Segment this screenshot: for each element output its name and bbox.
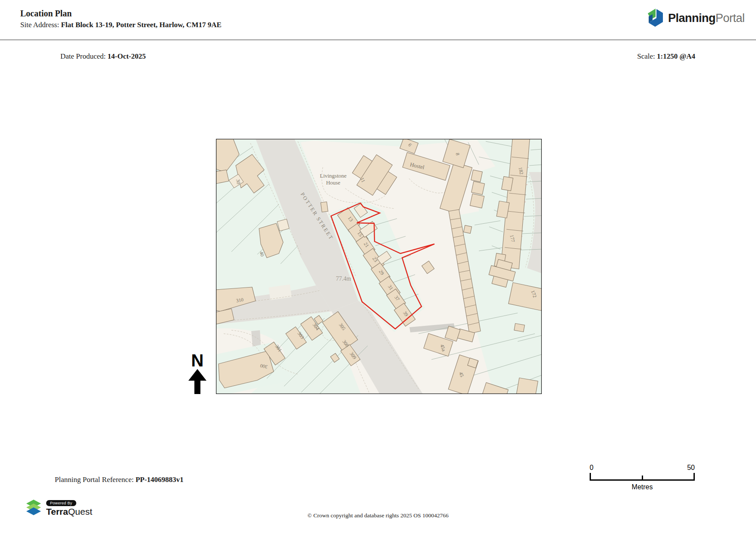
planning-reference: Planning Portal Reference: PP-14069883v1 — [55, 476, 184, 484]
scale-text: Scale: 1:1250 @A4 — [637, 52, 695, 61]
page-title: Location Plan — [20, 9, 72, 19]
scale-bar-tick-0 — [590, 473, 591, 479]
planning-reference-value: PP-14069883v1 — [135, 476, 183, 484]
scale-label: Scale: — [637, 52, 655, 60]
planning-reference-label: Planning Portal Reference: — [55, 476, 134, 484]
site-address-label: Site Address: — [20, 21, 59, 29]
scale-bar-end: 50 — [687, 464, 695, 472]
map-label-livingstone-2: House — [326, 179, 340, 186]
north-arrow-icon — [188, 369, 206, 394]
scale-bar-tick-end — [694, 473, 695, 479]
map-label-30: 30 — [235, 179, 241, 185]
planning-portal-logo: PlanningPortal — [647, 8, 745, 28]
copyright-notice: © Crown copyright and database rights 20… — [0, 512, 756, 519]
planning-portal-logo-icon — [647, 8, 664, 28]
header-divider — [0, 40, 756, 40]
scale-value: 1:1250 @A4 — [657, 52, 695, 60]
map: Livingstone House Hostel POTTER STREET 7… — [216, 139, 542, 394]
terraquest-powered-by: Powered By — [46, 500, 76, 506]
planning-portal-logo-text: PlanningPortal — [668, 12, 745, 25]
date-produced-label: Date Produced: — [60, 52, 106, 60]
map-svg: Livingstone House Hostel POTTER STREET 7… — [216, 139, 542, 394]
logo-part2: Portal — [715, 12, 745, 25]
north-label: N — [187, 352, 208, 369]
map-label-spot-height: 77.4m — [336, 275, 351, 282]
date-produced: Date Produced: 14-Oct-2025 — [60, 52, 146, 61]
scale-bar-start: 0 — [590, 464, 594, 472]
logo-part1: Planning — [668, 12, 715, 25]
scale-bar: 0 50 Metres — [590, 464, 695, 491]
scale-bar-rule — [590, 473, 695, 481]
scale-bar-tick-mid — [642, 476, 643, 479]
scale-bar-unit: Metres — [590, 483, 695, 491]
site-address-value: Flat Block 13-19, Potter Street, Harlow,… — [61, 21, 221, 29]
site-address: Site Address: Flat Block 13-19, Potter S… — [20, 21, 222, 29]
north-arrow: N — [187, 352, 208, 396]
date-produced-value: 14-Oct-2025 — [108, 52, 146, 60]
map-label-livingstone-1: Livingstone — [320, 172, 347, 179]
